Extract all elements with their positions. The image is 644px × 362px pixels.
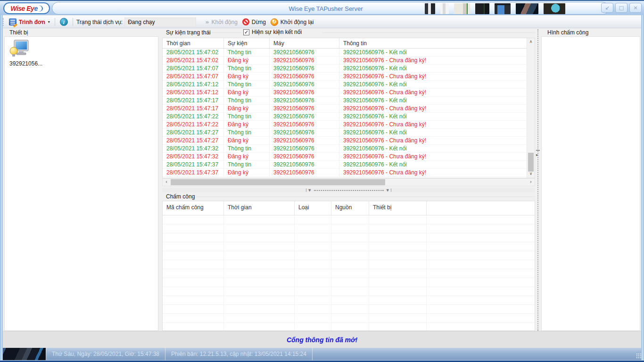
stop-button-label: Dừng (252, 19, 266, 25)
scroll-down-icon[interactable]: ∨ (527, 170, 535, 178)
scrollbar-thumb[interactable] (171, 179, 385, 185)
menu-button[interactable]: Trình đơn ▾ (7, 17, 52, 26)
attendance-table: Mã chấm công Thời gian Loại Nguồn Thiết … (162, 201, 535, 331)
info-button[interactable]: i (58, 17, 70, 27)
message-bar: Cổng thông tin đã mở! (3, 331, 641, 348)
vertical-splitter[interactable]: ▸ (536, 29, 540, 331)
toolbar-separator (55, 18, 55, 26)
column-header-time[interactable]: Thời gian (224, 201, 295, 215)
cell-info: 3929210560976 - Chưa đăng ký! (339, 153, 527, 160)
cell-event: Thông tin (224, 65, 270, 72)
start-service-button[interactable]: » Khởi động (203, 17, 240, 26)
close-button[interactable]: × (629, 3, 642, 13)
table-row[interactable]: 28/05/2021 15:47:32Đăng ký39292105609763… (163, 153, 527, 161)
table-row[interactable]: 28/05/2021 15:47:12Đăng ký39292105609763… (163, 89, 527, 97)
cell-machine: 3929210560976 (270, 121, 339, 128)
device-list-item[interactable]: 392921056... (8, 40, 42, 67)
client-area: Thiết bị (0, 28, 644, 331)
cell-info: 3929210560976 - Chưa đăng ký! (339, 73, 527, 80)
scroll-up-icon[interactable]: ∧ (527, 38, 535, 46)
image-panel-title: Hình chấm công (546, 29, 590, 36)
access-terminal-icon (425, 3, 435, 14)
menu-button-label: Trình đơn (19, 19, 45, 25)
cell-info: 3929210560976 - Kết nối (339, 49, 527, 56)
cell-info: 3929210560976 - Kết nối (339, 129, 527, 136)
table-row[interactable]: 28/05/2021 15:47:22Thông tin392921056097… (163, 113, 527, 121)
column-header-source[interactable]: Nguồn (331, 201, 369, 215)
restart-service-button[interactable]: ↻ Khởi động lại (268, 17, 316, 27)
groupbox-line (196, 197, 535, 197)
table-row[interactable]: 28/05/2021 15:47:37Thông tin392921056097… (163, 161, 527, 169)
splitter-collapse-icon[interactable]: ▸ (536, 153, 538, 157)
service-status-value: Đang chạy (128, 19, 155, 25)
cell-event: Đăng ký (224, 153, 270, 160)
cell-time: 28/05/2021 15:47:37 (163, 169, 224, 176)
splitter-collapse-icon[interactable]: ▼ (387, 189, 389, 192)
table-row[interactable]: 28/05/2021 15:47:07Thông tin392921056097… (163, 65, 527, 73)
cell-info: 3929210560976 - Kết nối (339, 97, 527, 104)
table-row[interactable]: 28/05/2021 15:47:37Đăng ký39292105609763… (163, 169, 527, 177)
scroll-left-icon[interactable]: ‹ (163, 179, 170, 186)
cell-machine: 3929210560976 (270, 137, 339, 144)
table-row[interactable]: 28/05/2021 15:47:17Thông tin392921056097… (163, 97, 527, 105)
cell-machine: 3929210560976 (270, 169, 339, 176)
table-row[interactable]: 28/05/2021 15:47:12Thông tin392921056097… (163, 81, 527, 89)
column-header-machine[interactable]: Máy (270, 38, 339, 48)
table-row[interactable]: 28/05/2021 15:47:02Đăng ký39292105609763… (163, 57, 527, 65)
cell-time: 28/05/2021 15:47:37 (163, 161, 224, 168)
table-row[interactable]: 28/05/2021 15:47:22Đăng ký39292105609763… (163, 121, 527, 129)
cell-machine: 3929210560976 (270, 81, 339, 88)
cell-event: Thông tin (224, 113, 270, 120)
cell-info: 3929210560976 - Kết nối (339, 113, 527, 120)
splitter-collapse-icon[interactable]: ▼ (308, 189, 311, 192)
portal-status-message: Cổng thông tin đã mở! (287, 336, 357, 344)
scrollbar-thumb[interactable] (528, 153, 534, 172)
column-header-event[interactable]: Sự kiện (224, 38, 270, 48)
show-connection-events-checkbox[interactable]: ✓ Hiện sự kiện kết nối (243, 29, 302, 35)
fingerprint-terminal-black-icon (475, 3, 489, 14)
splitter-handle[interactable] (536, 150, 540, 151)
cell-time: 28/05/2021 15:47:22 (163, 113, 224, 120)
attendance-image-panel: Hình chấm công (541, 29, 640, 331)
toolbar-grip[interactable] (3, 18, 4, 26)
cell-machine: 3929210560976 (270, 145, 339, 152)
column-header-time[interactable]: Thời gian (163, 38, 224, 48)
chevron-down-icon: ▾ (48, 20, 50, 24)
vertical-scrollbar[interactable]: ∧ ∨ (527, 38, 535, 178)
window-border-right (641, 15, 644, 360)
splitter-pipe (391, 189, 391, 192)
cell-event: Đăng ký (224, 73, 270, 80)
cell-event: Thông tin (224, 129, 270, 136)
restart-icon: ↻ (271, 18, 278, 26)
horizontal-scrollbar[interactable]: ‹ › (162, 178, 535, 186)
stop-service-button[interactable]: Dừng (240, 17, 268, 26)
cell-event: Đăng ký (224, 89, 270, 96)
table-row[interactable]: 28/05/2021 15:47:27Thông tin392921056097… (163, 129, 527, 137)
table-row[interactable]: 28/05/2021 15:47:17Đăng ký39292105609763… (163, 105, 527, 113)
cell-machine: 3929210560976 (270, 73, 339, 80)
start-icon: » (205, 18, 209, 25)
cell-event: Đăng ký (224, 137, 270, 144)
column-header-type[interactable]: Loại (295, 201, 331, 215)
horizontal-splitter[interactable]: ▼ ▼ (162, 188, 535, 192)
column-header-device[interactable]: Thiết bị (369, 201, 427, 215)
start-button-label: Khởi động (212, 19, 238, 25)
maximize-button[interactable]: □ (615, 3, 627, 13)
scroll-right-icon[interactable]: › (528, 179, 534, 186)
events-table-header: Thời gian Sự kiện Máy Thông tin (163, 38, 527, 49)
service-status-field[interactable]: Đang chạy (124, 17, 196, 27)
table-row[interactable]: 28/05/2021 15:47:27Đăng ký39292105609763… (163, 137, 527, 145)
device-thumbnails (425, 3, 565, 14)
minimize-button[interactable]: ↙ (601, 3, 613, 13)
cell-info: 3929210560976 - Chưa đăng ký! (339, 57, 527, 64)
cell-time: 28/05/2021 15:47:02 (163, 49, 224, 56)
cell-event: Thông tin (224, 81, 270, 88)
table-row[interactable]: 28/05/2021 15:47:02Thông tin392921056097… (163, 49, 527, 57)
column-header-info[interactable]: Thông tin (339, 38, 527, 48)
cell-machine: 3929210560976 (270, 97, 339, 104)
stop-icon (242, 18, 249, 25)
cell-machine: 3929210560976 (270, 129, 339, 136)
column-header-attendance-code[interactable]: Mã chấm công (163, 201, 224, 215)
table-row[interactable]: 28/05/2021 15:47:32Thông tin392921056097… (163, 145, 527, 153)
table-row[interactable]: 28/05/2021 15:47:07Đăng ký39292105609763… (163, 73, 527, 81)
